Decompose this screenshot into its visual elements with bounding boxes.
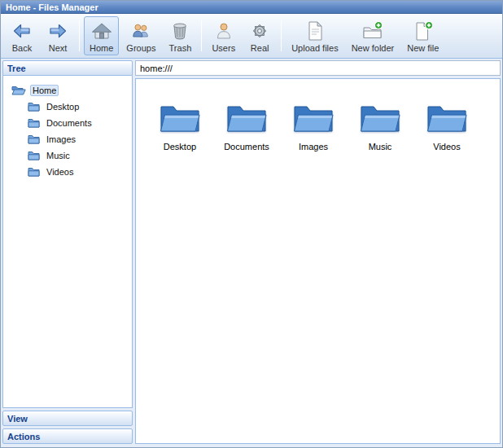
content-area: Tree Home Desktop [1, 59, 502, 447]
toolbar-separator [79, 20, 80, 51]
folder-item-desktop[interactable]: Desktop [154, 102, 206, 152]
tree-item-home[interactable]: Home [6, 82, 129, 99]
folder-item-music[interactable]: Music [354, 102, 406, 152]
folder-label: Desktop [164, 142, 196, 152]
user-icon [212, 20, 235, 42]
tree-item-label: Music [44, 150, 72, 161]
users-button-label: Users [212, 43, 235, 53]
folder-item-videos[interactable]: Videos [421, 102, 473, 152]
next-button-label: Next [49, 43, 68, 53]
users-button[interactable]: Users [206, 16, 241, 55]
groups-button-label: Groups [126, 43, 155, 53]
window-titlebar: Home - Files Manager [1, 1, 502, 14]
home-button[interactable]: Home [84, 16, 119, 55]
actions-panel-header[interactable]: Actions [2, 428, 133, 444]
tree-item-label: Home [30, 85, 59, 96]
tree-item-label: Documents [44, 117, 94, 129]
folder-item-documents[interactable]: Documents [221, 102, 273, 152]
trash-button[interactable]: Trash [163, 16, 197, 55]
folder-item-images[interactable]: Images [287, 102, 339, 152]
folder-icon [28, 117, 40, 130]
tree-panel-header[interactable]: Tree [2, 60, 133, 76]
home-button-label: Home [90, 43, 113, 53]
tree-item-desktop[interactable]: Desktop [6, 99, 129, 115]
folder-icon [28, 101, 40, 113]
next-button[interactable]: Next [41, 16, 75, 55]
tree-item-videos[interactable]: Videos [6, 164, 129, 180]
back-arrow-icon [11, 20, 33, 42]
folder-label: Documents [224, 142, 269, 152]
upload-files-button-label: Upload files [291, 43, 338, 53]
address-input[interactable] [135, 60, 501, 76]
folder-label: Videos [433, 142, 460, 152]
address-bar [135, 60, 501, 76]
view-panel-title: View [7, 414, 28, 424]
new-folder-button[interactable]: New folder [346, 16, 400, 55]
tree-panel-title: Tree [7, 64, 26, 73]
tree-item-label: Images [44, 134, 78, 145]
open-folder-icon [11, 85, 26, 97]
real-button[interactable]: Real [243, 16, 277, 55]
upload-file-icon [304, 20, 326, 42]
tree-item-label: Videos [44, 166, 76, 178]
next-arrow-icon [46, 20, 69, 42]
toolbar-separator [201, 20, 202, 51]
large-folder-icon [293, 102, 334, 138]
home-icon [90, 20, 113, 42]
tree-item-music[interactable]: Music [6, 147, 129, 164]
new-folder-icon [361, 20, 384, 42]
back-button[interactable]: Back [5, 16, 39, 55]
new-folder-button-label: New folder [352, 43, 395, 53]
toolbar-separator [281, 20, 282, 51]
groups-icon [129, 20, 152, 42]
trash-button-label: Trash [169, 43, 192, 53]
back-button-label: Back [12, 43, 32, 53]
tree-item-images[interactable]: Images [6, 131, 129, 147]
tree-item-documents[interactable]: Documents [6, 115, 129, 131]
main-toolbar: Back Next Home Groups Trash [1, 14, 502, 59]
actions-panel-title: Actions [7, 432, 40, 441]
file-view: Desktop Documents Images [135, 78, 501, 444]
tree-item-label: Desktop [44, 101, 81, 112]
folder-label: Music [369, 142, 392, 152]
folder-icon [28, 134, 40, 146]
tree-panel: Tree Home Desktop [2, 60, 133, 408]
new-file-icon [412, 20, 435, 42]
large-folder-icon [226, 102, 267, 138]
large-folder-icon [360, 102, 400, 138]
trash-icon [168, 20, 191, 42]
window-title: Home - Files Manager [6, 2, 98, 12]
sidebar: Tree Home Desktop [2, 60, 133, 444]
main-panel: Desktop Documents Images [135, 60, 501, 444]
tree-body: Home Desktop Documents [2, 76, 133, 408]
folder-label: Images [299, 142, 328, 152]
folder-icon [28, 150, 40, 162]
large-folder-icon [426, 102, 467, 138]
view-panel-header[interactable]: View [2, 411, 133, 426]
real-button-label: Real [251, 43, 269, 53]
groups-button[interactable]: Groups [120, 16, 161, 55]
new-file-button[interactable]: New file [401, 16, 444, 55]
files-manager-window: Home - Files Manager Back Next Home [0, 0, 503, 448]
upload-files-button[interactable]: Upload files [286, 16, 343, 55]
gear-icon [248, 20, 271, 42]
large-folder-icon [160, 102, 200, 138]
folder-icon [28, 166, 40, 178]
new-file-button-label: New file [407, 43, 439, 53]
